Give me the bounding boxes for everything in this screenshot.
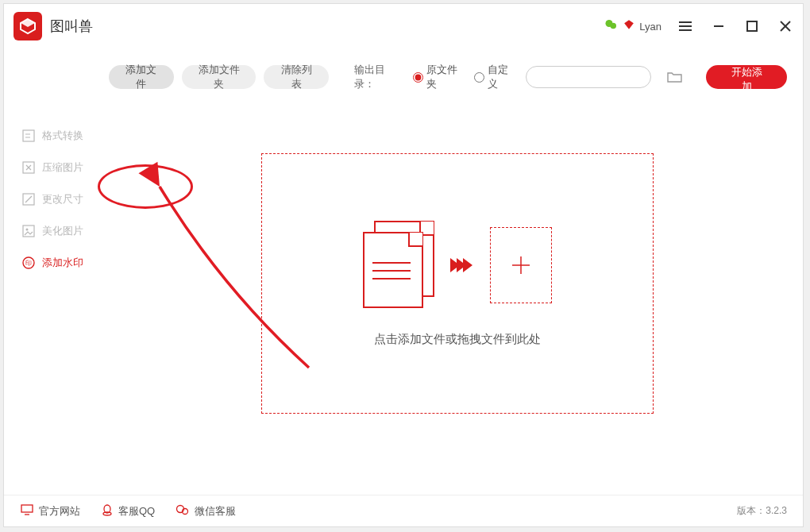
add-folder-button[interactable]: 添加文件夹 — [182, 65, 256, 89]
svg-rect-12 — [23, 130, 34, 141]
maximize-button[interactable] — [744, 18, 760, 34]
svg-marker-4 — [624, 20, 634, 29]
svg-point-24 — [103, 512, 111, 515]
toolbar: 添加文件 添加文件夹 清除列表 输出目录： 原文件夹 自定义 开始添加 — [102, 48, 787, 106]
dropzone-graphic — [363, 221, 552, 310]
convert-icon — [21, 129, 36, 143]
radio-original-folder[interactable]: 原文件夹 — [413, 63, 461, 91]
monitor-icon — [20, 503, 34, 519]
version-label: 版本：3.2.3 — [737, 504, 787, 518]
menu-button[interactable] — [677, 18, 693, 34]
footer-website[interactable]: 官方网站 — [20, 503, 80, 519]
clear-list-button[interactable]: 清除列表 — [264, 65, 329, 89]
svg-marker-1 — [21, 19, 35, 27]
titlebar: 图叫兽 Lyan — [4, 4, 803, 48]
dropzone-hint: 点击添加文件或拖拽文件到此处 — [374, 332, 541, 347]
footer-qq[interactable]: 客服QQ — [101, 503, 155, 519]
footer-wechat[interactable]: 微信客服 — [176, 503, 236, 519]
beautify-icon — [21, 224, 36, 238]
diamond-icon — [623, 19, 634, 33]
radio-custom-folder[interactable]: 自定义 — [474, 63, 513, 91]
sidebar-item-label: 格式转换 — [42, 129, 83, 143]
sidebar-item-label: 压缩图片 — [42, 160, 83, 175]
start-add-button[interactable]: 开始添加 — [706, 65, 787, 89]
add-box-icon — [490, 227, 552, 303]
user-area[interactable]: Lyan — [604, 17, 662, 35]
watermark-icon: 印 — [21, 256, 36, 270]
wechat-icon — [604, 17, 619, 35]
compress-icon — [21, 160, 36, 175]
sidebar-item-resize[interactable]: 更改尺寸 — [4, 183, 102, 215]
dropzone[interactable]: 点击添加文件或拖拽文件到此处 — [261, 153, 654, 414]
footer: 官方网站 客服QQ 微信客服 版本：3.2.3 — [4, 495, 803, 526]
minimize-button[interactable] — [711, 18, 727, 34]
sidebar-item-compress[interactable]: 压缩图片 — [4, 152, 102, 183]
wechat-service-icon — [176, 503, 190, 519]
folder-icon — [666, 70, 684, 84]
resize-icon — [21, 192, 36, 206]
sidebar: 格式转换 压缩图片 更改尺寸 美化图片 印 添加水印 — [4, 48, 102, 495]
add-file-button[interactable]: 添加文件 — [109, 65, 174, 89]
user-name: Lyan — [639, 21, 662, 33]
output-path-input[interactable] — [526, 66, 651, 88]
svg-rect-21 — [21, 505, 33, 512]
annotation-highlight-circle — [98, 164, 193, 209]
svg-text:印: 印 — [25, 260, 32, 267]
sidebar-item-label: 添加水印 — [42, 256, 83, 270]
sidebar-item-watermark[interactable]: 印 添加水印 — [4, 247, 102, 279]
svg-point-3 — [611, 23, 617, 29]
sidebar-item-beautify[interactable]: 美化图片 — [4, 215, 102, 247]
svg-point-16 — [26, 229, 29, 231]
sidebar-item-label: 更改尺寸 — [42, 192, 83, 206]
close-button[interactable] — [777, 18, 793, 34]
document-stack-icon — [363, 221, 436, 310]
app-logo — [14, 12, 42, 40]
svg-rect-9 — [747, 21, 757, 31]
qq-icon — [101, 503, 114, 519]
app-title: 图叫兽 — [50, 17, 604, 36]
sidebar-item-label: 美化图片 — [42, 224, 83, 238]
main-panel: 添加文件 添加文件夹 清除列表 输出目录： 原文件夹 自定义 开始添加 — [102, 48, 803, 495]
arrows-icon — [453, 258, 472, 272]
output-dir-label: 输出目录： — [354, 63, 399, 91]
sidebar-item-format[interactable]: 格式转换 — [4, 120, 102, 152]
browse-folder-button[interactable] — [665, 67, 684, 87]
